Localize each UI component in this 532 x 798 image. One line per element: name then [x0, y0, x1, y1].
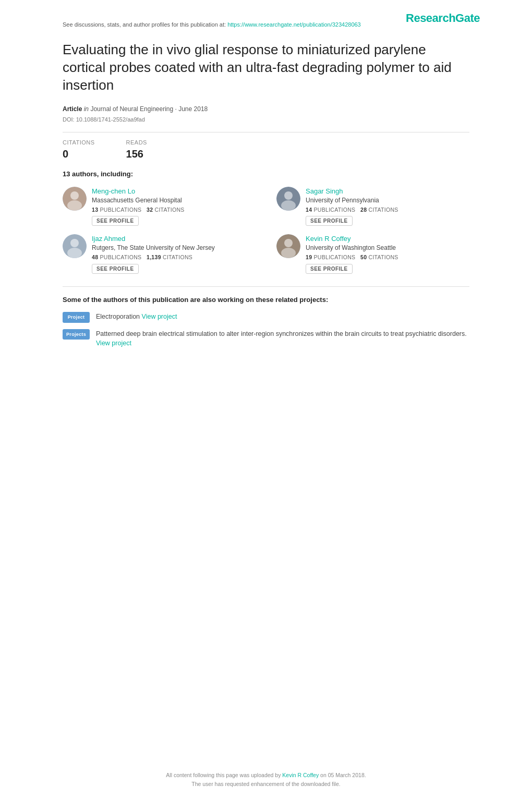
stats-row: CITATIONS 0 READS 156: [63, 139, 469, 161]
author-avatar-2: [276, 187, 300, 211]
see-profile-button-2[interactable]: SEE PROFILE: [306, 216, 353, 226]
author-info-1: Meng-chen Lo Massachusetts General Hospi…: [92, 187, 185, 226]
citations-stat: CITATIONS 0: [63, 139, 95, 161]
svg-point-2: [67, 200, 82, 211]
author-info-2: Sagar Singh University of Pennsylvania 1…: [306, 187, 398, 226]
reads-stat: READS 156: [126, 139, 147, 161]
author-affiliation-4: University of Washington Seattle: [306, 244, 398, 252]
author-affiliation-1: Massachusetts General Hospital: [92, 196, 185, 205]
paper-title: Evaluating the in vivo glial response to…: [63, 41, 469, 94]
author-avatar-3: [63, 234, 87, 258]
publication-link[interactable]: https://www.researchgate.net/publication…: [227, 21, 361, 28]
project-badge-2: Projects: [63, 329, 90, 340]
author-name-3[interactable]: Ijaz Ahmed: [92, 235, 125, 243]
projects-list: Project Electroporation View project Pro…: [63, 312, 469, 348]
author-stats-4: 19 PUBLICATIONS 50 CITATIONS: [306, 253, 398, 261]
author-card-1: Meng-chen Lo Massachusetts General Hospi…: [63, 187, 256, 226]
citations-label: CITATIONS: [63, 139, 95, 147]
project-text-2: Patterned deep brain electrical stimulat…: [96, 329, 469, 349]
svg-point-11: [281, 248, 296, 258]
article-meta: Article in Journal of Neural Engineering…: [63, 105, 469, 114]
svg-point-5: [281, 200, 296, 211]
svg-point-1: [70, 191, 79, 200]
svg-point-4: [284, 191, 293, 200]
svg-point-10: [284, 239, 293, 247]
view-project-link-2[interactable]: View project: [96, 340, 131, 347]
view-project-link-1[interactable]: View project: [142, 313, 177, 320]
author-avatar-4: [276, 234, 300, 258]
page-container: ResearchGate See discussions, stats, and…: [31, 0, 501, 386]
see-discussions-text: See discussions, stats, and author profi…: [63, 21, 226, 28]
article-in: in: [84, 105, 91, 113]
project-item-2: Projects Patterned deep brain electrical…: [63, 329, 469, 349]
author-card-2: Sagar Singh University of Pennsylvania 1…: [276, 187, 469, 226]
researchgate-logo: ResearchGate: [406, 10, 480, 27]
author-name-4[interactable]: Kevin R Coffey: [306, 235, 350, 243]
author-top-4: Kevin R Coffey University of Washington …: [276, 234, 469, 274]
author-affiliation-3: Rutgers, The State University of New Jer…: [92, 244, 215, 252]
divider-top: [63, 132, 469, 132]
project-text-1: Electroporation View project: [96, 312, 177, 322]
author-top-2: Sagar Singh University of Pennsylvania 1…: [276, 187, 469, 226]
author-stats-3: 48 PUBLICATIONS 1,139 CITATIONS: [92, 253, 215, 261]
author-name-1[interactable]: Meng-chen Lo: [92, 187, 135, 195]
authors-heading-text: 13 authors, including:: [63, 170, 133, 178]
see-profile-button-4[interactable]: SEE PROFILE: [306, 264, 353, 274]
author-stats-1: 13 PUBLICATIONS 32 CITATIONS: [92, 206, 185, 214]
author-card-4: Kevin R Coffey University of Washington …: [276, 234, 469, 274]
article-date: June 2018: [178, 105, 208, 113]
author-info-3: Ijaz Ahmed Rutgers, The State University…: [92, 234, 215, 274]
doi: DOI: 10.1088/1741-2552/aa9fad: [63, 116, 469, 124]
article-journal: Journal of Neural Engineering: [90, 105, 173, 113]
author-avatar-1: [63, 187, 87, 211]
article-type-label: Article: [63, 105, 82, 113]
svg-point-8: [67, 248, 82, 258]
see-profile-button-1[interactable]: SEE PROFILE: [92, 216, 139, 226]
author-card-3: Ijaz Ahmed Rutgers, The State University…: [63, 234, 256, 274]
author-top-3: Ijaz Ahmed Rutgers, The State University…: [63, 234, 256, 274]
citations-value: 0: [63, 147, 95, 161]
author-top-1: Meng-chen Lo Massachusetts General Hospi…: [63, 187, 256, 226]
svg-point-7: [70, 239, 79, 247]
authors-grid: Meng-chen Lo Massachusetts General Hospi…: [63, 187, 469, 274]
related-projects-heading: Some of the authors of this publication …: [63, 286, 469, 305]
author-stats-2: 14 PUBLICATIONS 28 CITATIONS: [306, 206, 398, 214]
project-item-1: Project Electroporation View project: [63, 312, 469, 323]
author-affiliation-2: University of Pennsylvania: [306, 196, 398, 205]
author-name-2[interactable]: Sagar Singh: [306, 187, 343, 195]
authors-heading: 13 authors, including:: [63, 170, 469, 179]
project-badge-1: Project: [63, 312, 90, 323]
reads-label: READS: [126, 139, 147, 147]
author-info-4: Kevin R Coffey University of Washington …: [306, 234, 398, 274]
see-profile-button-3[interactable]: SEE PROFILE: [92, 264, 139, 274]
reads-value: 156: [126, 147, 147, 161]
